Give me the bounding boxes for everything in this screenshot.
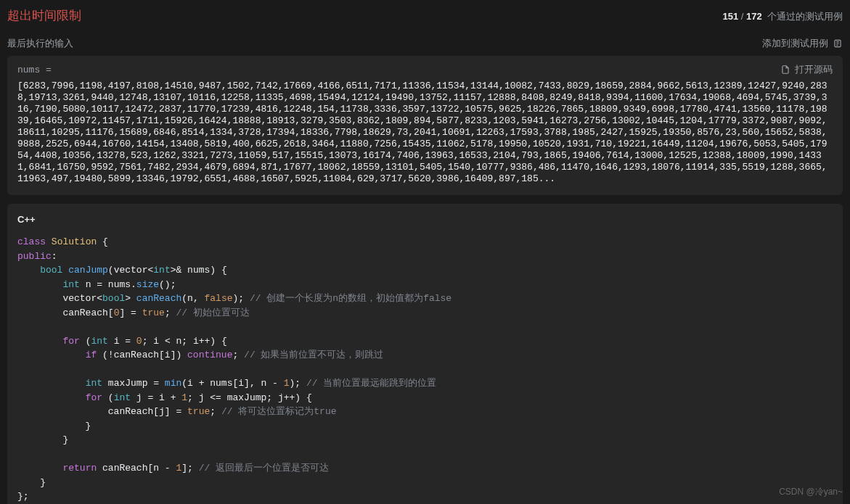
test-stats: 151 / 172 个通过的测试用例 — [723, 10, 843, 23]
open-source-button[interactable]: 打开源码 — [780, 63, 833, 76]
result-header: 超出时间限制 151 / 172 个通过的测试用例 — [7, 7, 843, 24]
input-panel-head: nums = 打开源码 — [17, 63, 833, 76]
watermark: CSDN @冷yan~ — [779, 486, 843, 498]
add-testcase-label: 添加到测试用例 — [762, 37, 828, 50]
last-input-label: 最后执行的输入 — [7, 37, 73, 50]
subheader-row: 最后执行的输入 添加到测试用例 — [7, 37, 843, 50]
file-icon — [780, 65, 790, 75]
input-value[interactable]: [6283,7996,1198,4197,8108,14510,9487,150… — [17, 80, 833, 185]
input-panel: nums = 打开源码 [6283,7996,1198,4197,8108,14… — [7, 56, 843, 195]
passed-count: 151 — [723, 11, 739, 22]
add-testcase-button[interactable]: 添加到测试用例 — [762, 37, 843, 50]
stats-suffix: 个通过的测试用例 — [767, 11, 843, 22]
status-title: 超出时间限制 — [7, 7, 81, 24]
code-panel: C++ class Solution { public: bool canJum… — [7, 204, 843, 504]
language-label: C++ — [17, 214, 833, 225]
input-var-label: nums = — [17, 65, 52, 75]
add-testcase-icon — [833, 38, 843, 49]
code-block[interactable]: class Solution { public: bool canJump(ve… — [17, 235, 833, 504]
total-count: 172 — [746, 11, 762, 22]
open-source-label: 打开源码 — [795, 63, 833, 76]
